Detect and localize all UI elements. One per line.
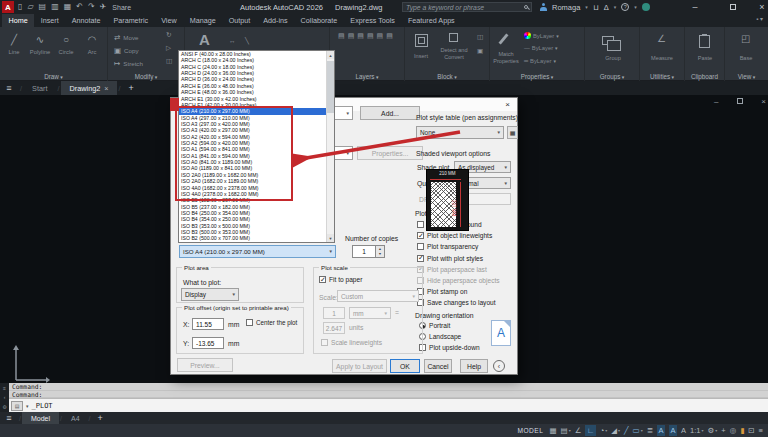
isodraft-icon[interactable]: ◢▾ [611,425,620,436]
save-icon[interactable]: ▤ [39,0,47,14]
panel-label-properties[interactable]: Properties [490,73,584,80]
grid-icon[interactable]: ▦ [549,425,556,436]
lineweight-icon[interactable]: ≣ [647,425,653,436]
polar-tracking-icon[interactable]: ◔▾ [600,425,608,436]
infer-constraints-icon[interactable]: ∠ [575,425,582,436]
detect-convert-label[interactable]: Detect and Convert [437,47,471,60]
tab-layout-a4[interactable]: A4 [63,412,88,424]
layer-icon[interactable]: ▤ [386,32,393,40]
rotate-icon[interactable]: ↻ [166,31,171,39]
search-input[interactable]: Type a keyword or phrase [402,2,532,12]
text-tool-icon[interactable]: A [199,31,210,48]
measure-icon[interactable]: ∠ [657,33,666,44]
trim-icon[interactable]: ◫ [166,57,172,65]
fit-to-paper-checkbox[interactable] [319,276,326,283]
block-attr-icon[interactable]: ▣ [477,47,483,55]
circle-tool[interactable]: ○Circle [54,32,78,55]
layer-icon[interactable]: ▤ [367,32,374,40]
plot-with-plot-styles-option[interactable]: Plot with plot styles [417,253,517,264]
upside-down-option[interactable]: Plot upside-down [419,342,480,353]
tab-model[interactable]: Model [22,412,59,424]
viewport-restore-icon[interactable] [737,98,743,104]
share-label[interactable]: Share [112,4,131,11]
plot-object-lineweights-option[interactable]: Plot object lineweights [417,230,517,241]
chevron-down-icon[interactable]: ▾ [585,4,588,10]
user-avatar-icon[interactable] [540,3,547,11]
annotation-scale-value[interactable]: 1:1▾ [690,425,703,436]
ribbon-tab-output[interactable]: Output [222,14,257,27]
add-page-setup-button[interactable]: Add... [360,106,420,120]
tab-close-icon[interactable]: × [104,84,108,93]
autocad-logo-icon[interactable]: A [2,1,14,13]
less-options-button[interactable]: ‹ [493,360,505,372]
layer-icon[interactable]: ▤ [348,32,355,40]
isolate-objects-icon[interactable]: ▮ [740,425,744,436]
panel-label-groups[interactable]: Groups [585,73,639,80]
ribbon-tab-view[interactable]: View [155,14,183,27]
ribbon-tab-manage[interactable]: Manage [183,14,222,27]
plot-style-combo[interactable]: None▼ [416,126,504,139]
copy-tool[interactable]: ▣Copy [114,46,139,55]
panel-label-block[interactable]: Block [405,73,489,80]
leader-icon[interactable]: ╲ [245,37,249,45]
help-icon[interactable]: ? [621,3,629,11]
layer-tools[interactable]: ▤▤▤▤▤▤ [338,32,396,40]
ribbon-tab-add-ins[interactable]: Add-ins [257,14,294,27]
insert-block-icon[interactable] [415,34,428,47]
base-view-icon[interactable]: ◰ [741,33,750,44]
layer-icon[interactable]: ▤ [377,32,384,40]
viewport-minimize-icon[interactable]: – [714,97,718,106]
share-icon[interactable]: ✈ [100,0,107,14]
paper-size-combo[interactable]: ISO A4 (210.00 x 297.00 MM)▼ [179,245,336,258]
fit-to-paper-option[interactable]: Fit to paper [319,276,362,283]
close-button[interactable]: × [755,0,768,14]
app-store-icon[interactable]: ⊔ [593,3,599,12]
selection-cycling-icon[interactable]: ◎ [730,425,737,436]
plot-stamp-on-option[interactable]: Plot stamp on [417,286,517,297]
checkbox[interactable] [417,232,424,239]
line-tool[interactable]: ╱Line [2,32,26,55]
panel-label-utilities[interactable]: Utilities [640,73,684,80]
new-layout-button[interactable]: + [92,412,109,424]
dimension-icon[interactable]: ↔ [229,37,236,44]
ribbon-tab-insert[interactable]: Insert [34,14,65,27]
layer-icon[interactable]: ▤ [357,32,364,40]
undo-icon[interactable]: ↶ [76,0,83,14]
ribbon-tab-home[interactable]: Home [2,14,34,27]
insert-label[interactable]: Insert [407,53,435,60]
snap-icon[interactable]: ▤▾ [561,425,571,436]
save-changes-to-layout-option[interactable]: Save changes to layout [417,297,517,308]
ok-button[interactable]: OK [390,359,420,373]
ortho-icon[interactable]: ∟ [585,425,595,436]
what-to-plot-combo[interactable]: Display▼ [181,288,239,301]
autodesk-access-icon[interactable]: Δ [604,3,609,12]
copies-field[interactable]: 1 [352,245,376,258]
ribbon-tab-parametric[interactable]: Parametric [107,14,155,27]
customization-gear-icon[interactable]: ⚙▾ [707,425,717,436]
group-icon[interactable] [602,36,614,45]
paste-icon[interactable] [699,35,710,48]
new-file-icon[interactable]: ▯ [18,0,22,14]
paper-size-listbox[interactable]: ANSI F (40.00 x 28.00 Inches)ARCH C (18.… [178,50,335,243]
panel-label-view[interactable]: View [725,73,768,80]
arc-tool[interactable]: ◠Arc [80,32,104,55]
dialog-close-icon[interactable]: × [502,99,513,110]
chevron-down-icon[interactable]: ▾ [26,403,29,409]
scrollbar[interactable]: ▲ ▼ [326,51,334,242]
scrollbar-thumb[interactable] [327,61,334,113]
command-grip-icon[interactable]: ≡ [3,385,6,391]
model-space-label[interactable]: MODEL [517,427,543,434]
base-label[interactable]: Base [727,55,765,62]
command-tools-icon[interactable]: ⚙ [2,404,6,410]
panel-label-clipboard[interactable]: Clipboard [685,73,724,80]
plus-icon[interactable]: + [721,425,725,436]
command-input[interactable]: ▤ ▾ _PLOT [9,398,768,412]
annotation-scale-icon[interactable]: A [681,425,686,436]
plot-transparency-option[interactable]: Plot transparency [417,241,517,252]
help-button[interactable]: Help [460,359,488,373]
center-plot-checkbox[interactable] [246,319,253,326]
redo-icon[interactable]: ↷ [88,0,95,14]
tab-drawing2[interactable]: Drawing2 × [61,81,116,95]
group-label[interactable]: Group [593,55,633,62]
portrait-option[interactable]: Portrait [419,320,480,331]
